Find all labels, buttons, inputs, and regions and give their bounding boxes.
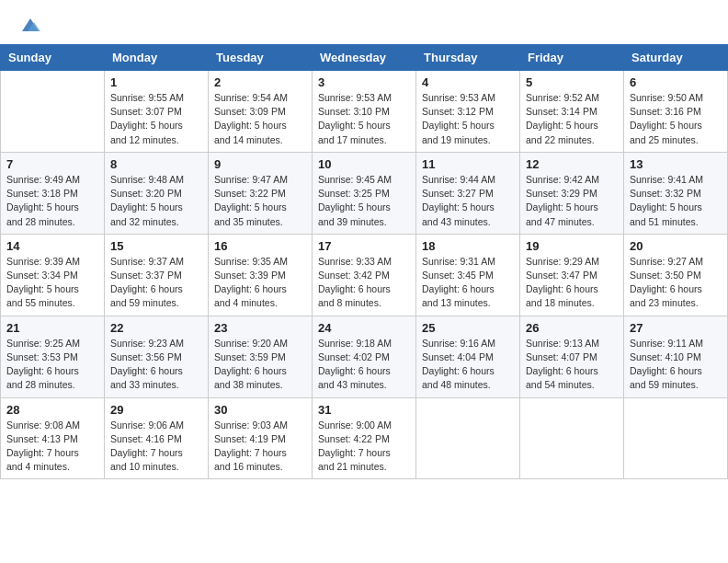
calendar-empty-cell (520, 397, 624, 479)
calendar-week-row: 1Sunrise: 9:55 AM Sunset: 3:07 PM Daylig… (1, 71, 728, 153)
calendar-day-cell: 21Sunrise: 9:25 AM Sunset: 3:53 PM Dayli… (1, 316, 105, 397)
logo-icon (20, 15, 40, 35)
day-number: 25 (422, 321, 514, 335)
calendar-day-cell: 9Sunrise: 9:47 AM Sunset: 3:22 PM Daylig… (209, 152, 313, 234)
day-number: 8 (110, 157, 202, 171)
day-info: Sunrise: 9:23 AM Sunset: 3:56 PM Dayligh… (110, 337, 202, 393)
day-info: Sunrise: 9:50 AM Sunset: 3:16 PM Dayligh… (630, 91, 722, 147)
day-number: 12 (526, 157, 618, 171)
day-number: 14 (6, 239, 98, 253)
day-number: 26 (526, 321, 618, 335)
calendar-day-cell: 19Sunrise: 9:29 AM Sunset: 3:47 PM Dayli… (520, 234, 624, 316)
calendar-day-cell: 17Sunrise: 9:33 AM Sunset: 3:42 PM Dayli… (313, 234, 416, 316)
day-number: 24 (318, 321, 410, 335)
calendar-day-cell: 20Sunrise: 9:27 AM Sunset: 3:50 PM Dayli… (624, 234, 728, 316)
calendar-day-cell: 1Sunrise: 9:55 AM Sunset: 3:07 PM Daylig… (105, 71, 209, 153)
calendar-day-cell: 25Sunrise: 9:16 AM Sunset: 4:04 PM Dayli… (416, 316, 520, 397)
calendar-week-row: 28Sunrise: 9:08 AM Sunset: 4:13 PM Dayli… (1, 397, 728, 479)
day-info: Sunrise: 9:20 AM Sunset: 3:59 PM Dayligh… (214, 337, 306, 393)
col-header-sunday: Sunday (1, 45, 105, 71)
day-info: Sunrise: 9:29 AM Sunset: 3:47 PM Dayligh… (526, 255, 618, 311)
calendar-day-cell: 26Sunrise: 9:13 AM Sunset: 4:07 PM Dayli… (520, 316, 624, 397)
calendar-day-cell: 16Sunrise: 9:35 AM Sunset: 3:39 PM Dayli… (209, 234, 313, 316)
day-info: Sunrise: 9:31 AM Sunset: 3:45 PM Dayligh… (422, 255, 514, 311)
day-info: Sunrise: 9:11 AM Sunset: 4:10 PM Dayligh… (630, 337, 722, 393)
day-info: Sunrise: 9:52 AM Sunset: 3:14 PM Dayligh… (526, 91, 618, 147)
calendar-page: SundayMondayTuesdayWednesdayThursdayFrid… (0, 0, 728, 563)
day-info: Sunrise: 9:33 AM Sunset: 3:42 PM Dayligh… (318, 255, 410, 311)
day-number: 18 (422, 239, 514, 253)
day-number: 10 (318, 157, 410, 171)
day-number: 5 (526, 75, 618, 89)
day-number: 7 (6, 157, 98, 171)
day-info: Sunrise: 9:45 AM Sunset: 3:25 PM Dayligh… (318, 173, 410, 229)
col-header-wednesday: Wednesday (313, 45, 416, 71)
calendar-day-cell: 6Sunrise: 9:50 AM Sunset: 3:16 PM Daylig… (624, 71, 728, 153)
day-number: 9 (214, 157, 306, 171)
day-number: 30 (214, 403, 306, 417)
day-info: Sunrise: 9:27 AM Sunset: 3:50 PM Dayligh… (630, 255, 722, 311)
day-number: 19 (526, 239, 618, 253)
calendar-empty-cell (1, 71, 105, 153)
day-number: 3 (318, 75, 410, 89)
day-info: Sunrise: 9:39 AM Sunset: 3:34 PM Dayligh… (6, 255, 98, 311)
day-info: Sunrise: 9:37 AM Sunset: 3:37 PM Dayligh… (110, 255, 202, 311)
calendar-day-cell: 27Sunrise: 9:11 AM Sunset: 4:10 PM Dayli… (624, 316, 728, 397)
day-info: Sunrise: 9:53 AM Sunset: 3:10 PM Dayligh… (318, 91, 410, 147)
calendar-week-row: 14Sunrise: 9:39 AM Sunset: 3:34 PM Dayli… (1, 234, 728, 316)
day-number: 27 (630, 321, 722, 335)
calendar-day-cell: 7Sunrise: 9:49 AM Sunset: 3:18 PM Daylig… (1, 152, 105, 234)
day-number: 20 (630, 239, 722, 253)
day-number: 2 (214, 75, 306, 89)
day-info: Sunrise: 9:25 AM Sunset: 3:53 PM Dayligh… (6, 337, 98, 393)
calendar-day-cell: 13Sunrise: 9:41 AM Sunset: 3:32 PM Dayli… (624, 152, 728, 234)
day-info: Sunrise: 9:42 AM Sunset: 3:29 PM Dayligh… (526, 173, 618, 229)
day-number: 23 (214, 321, 306, 335)
day-info: Sunrise: 9:49 AM Sunset: 3:18 PM Dayligh… (6, 173, 98, 229)
calendar-day-cell: 30Sunrise: 9:03 AM Sunset: 4:19 PM Dayli… (209, 397, 313, 479)
calendar-day-cell: 12Sunrise: 9:42 AM Sunset: 3:29 PM Dayli… (520, 152, 624, 234)
logo (18, 17, 40, 35)
col-header-saturday: Saturday (624, 45, 728, 71)
calendar-day-cell: 14Sunrise: 9:39 AM Sunset: 3:34 PM Dayli… (1, 234, 105, 316)
col-header-monday: Monday (105, 45, 209, 71)
day-number: 31 (318, 403, 410, 417)
day-number: 15 (110, 239, 202, 253)
calendar-week-row: 7Sunrise: 9:49 AM Sunset: 3:18 PM Daylig… (1, 152, 728, 234)
col-header-thursday: Thursday (416, 45, 520, 71)
calendar-day-cell: 24Sunrise: 9:18 AM Sunset: 4:02 PM Dayli… (313, 316, 416, 397)
day-number: 21 (6, 321, 98, 335)
calendar-week-row: 21Sunrise: 9:25 AM Sunset: 3:53 PM Dayli… (1, 316, 728, 397)
calendar-day-cell: 23Sunrise: 9:20 AM Sunset: 3:59 PM Dayli… (209, 316, 313, 397)
day-info: Sunrise: 9:06 AM Sunset: 4:16 PM Dayligh… (110, 419, 202, 475)
day-info: Sunrise: 9:54 AM Sunset: 3:09 PM Dayligh… (214, 91, 306, 147)
day-info: Sunrise: 9:35 AM Sunset: 3:39 PM Dayligh… (214, 255, 306, 311)
day-info: Sunrise: 9:41 AM Sunset: 3:32 PM Dayligh… (630, 173, 722, 229)
day-info: Sunrise: 9:47 AM Sunset: 3:22 PM Dayligh… (214, 173, 306, 229)
col-header-tuesday: Tuesday (209, 45, 313, 71)
day-number: 6 (630, 75, 722, 89)
calendar-day-cell: 3Sunrise: 9:53 AM Sunset: 3:10 PM Daylig… (313, 71, 416, 153)
calendar-day-cell: 31Sunrise: 9:00 AM Sunset: 4:22 PM Dayli… (313, 397, 416, 479)
day-info: Sunrise: 9:00 AM Sunset: 4:22 PM Dayligh… (318, 419, 410, 475)
day-info: Sunrise: 9:13 AM Sunset: 4:07 PM Dayligh… (526, 337, 618, 393)
day-info: Sunrise: 9:48 AM Sunset: 3:20 PM Dayligh… (110, 173, 202, 229)
calendar-day-cell: 29Sunrise: 9:06 AM Sunset: 4:16 PM Dayli… (105, 397, 209, 479)
day-info: Sunrise: 9:16 AM Sunset: 4:04 PM Dayligh… (422, 337, 514, 393)
day-number: 28 (6, 403, 98, 417)
day-info: Sunrise: 9:08 AM Sunset: 4:13 PM Dayligh… (6, 419, 98, 475)
calendar-day-cell: 18Sunrise: 9:31 AM Sunset: 3:45 PM Dayli… (416, 234, 520, 316)
col-header-friday: Friday (520, 45, 624, 71)
day-number: 29 (110, 403, 202, 417)
calendar-table: SundayMondayTuesdayWednesdayThursdayFrid… (0, 44, 728, 479)
day-number: 11 (422, 157, 514, 171)
calendar-header-row: SundayMondayTuesdayWednesdayThursdayFrid… (1, 45, 728, 71)
day-info: Sunrise: 9:18 AM Sunset: 4:02 PM Dayligh… (318, 337, 410, 393)
day-info: Sunrise: 9:55 AM Sunset: 3:07 PM Dayligh… (110, 91, 202, 147)
day-info: Sunrise: 9:03 AM Sunset: 4:19 PM Dayligh… (214, 419, 306, 475)
page-header (0, 0, 728, 44)
calendar-day-cell: 2Sunrise: 9:54 AM Sunset: 3:09 PM Daylig… (209, 71, 313, 153)
day-info: Sunrise: 9:44 AM Sunset: 3:27 PM Dayligh… (422, 173, 514, 229)
day-number: 4 (422, 75, 514, 89)
calendar-day-cell: 28Sunrise: 9:08 AM Sunset: 4:13 PM Dayli… (1, 397, 105, 479)
